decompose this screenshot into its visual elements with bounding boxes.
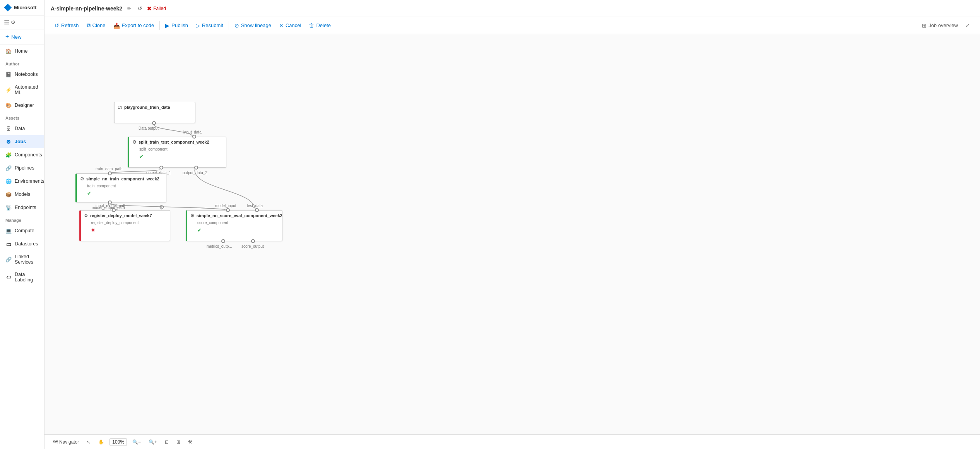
refresh-icon: ↺ [55, 22, 59, 29]
node2-output-port-1 [159, 166, 163, 170]
data-labeling-icon: 🏷 [5, 274, 12, 280]
node5-status: ✔ [187, 226, 282, 235]
bottom-bar: 🗺 Navigator ↖ ✋ 100% 🔍− 🔍+ ⊡ ⊞ ⚒ [44, 434, 980, 449]
jobs-icon: ⚙ [5, 139, 12, 145]
cancel-button[interactable]: ✕ Cancel [275, 20, 305, 31]
clone-icon: ⧉ [87, 22, 91, 29]
resubmit-button[interactable]: ▷ Resubmit [192, 20, 227, 31]
job-overview-label: Job overview [929, 22, 958, 28]
brand-header: Microsoft [0, 0, 44, 15]
datastores-label: Datastores [15, 241, 38, 247]
brand-name: Microsoft [14, 5, 37, 10]
component-icon-5: ⚙ [190, 213, 195, 218]
node2-subtitle: split_component [129, 147, 226, 153]
sidebar-item-notebooks[interactable]: 📓 Notebooks [0, 68, 44, 81]
clone-button[interactable]: ⧉ Clone [83, 20, 109, 31]
node5-output-port-metrics [221, 239, 225, 243]
node5-output-port-score [251, 239, 255, 243]
sidebar-item-home[interactable]: 🏠 Home [0, 45, 44, 58]
node3-header: ⚙ simple_nn_train_component_week2 [77, 174, 166, 184]
compute-label: Compute [15, 228, 34, 233]
navigator-label: Navigator [59, 439, 79, 445]
toolbar: ↺ Refresh ⧉ Clone 📤 Export to code ▶ Pub… [44, 17, 980, 34]
connector-svg [44, 34, 980, 434]
node-register-deploy[interactable]: ⚙ register_deploy_model_week7 register_d… [79, 210, 170, 241]
expand-button[interactable]: ⤢ [962, 20, 974, 31]
sidebar-item-linked-services[interactable]: 🔗 Linked Services [0, 250, 44, 268]
settings-icon[interactable]: ⚙ [11, 19, 15, 25]
node5-header: ⚙ simple_nn_score_eval_component_week2 [187, 211, 282, 221]
node5-input-label-model: model_input [215, 204, 236, 208]
zoom-level[interactable]: 100% [109, 438, 127, 446]
sidebar-item-endpoints[interactable]: 📡 Endpoints [0, 201, 44, 214]
node-playground-train-data[interactable]: 🗂 playground_train_data Data output [114, 102, 195, 123]
environments-icon: 🌐 [5, 178, 12, 184]
cursor-tool-button[interactable]: ↖ [84, 438, 93, 446]
node-split-train-test[interactable]: ⚙ split_train_test_component_week2 split… [128, 137, 226, 168]
flow-tools-button[interactable]: ⚒ [186, 438, 195, 446]
node-score-eval[interactable]: ⚙ simple_nn_score_eval_component_week2 s… [186, 210, 282, 241]
sidebar-item-datastores[interactable]: 🗃 Datastores [0, 237, 44, 250]
sidebar-item-data-labeling[interactable]: 🏷 Data Labeling [0, 268, 44, 286]
export-to-code-button[interactable]: 📤 Export to code [109, 20, 158, 31]
show-lineage-button[interactable]: ⊙ Show lineage [231, 20, 275, 31]
grid-view-button[interactable]: ⊞ [174, 438, 183, 446]
new-button[interactable]: + New [0, 29, 44, 45]
failed-icon: ✖ [147, 5, 152, 12]
lineage-icon: ⊙ [234, 22, 239, 29]
cancel-label: Cancel [286, 22, 301, 28]
sidebar-toggle[interactable]: ☰ ⚙ [0, 15, 44, 29]
zoom-in-button[interactable]: 🔍+ [146, 438, 159, 446]
hand-tool-button[interactable]: ✋ [96, 438, 106, 446]
status-badge: ✖ Failed [147, 5, 166, 12]
delete-icon: 🗑 [309, 22, 314, 29]
assets-section-label: Assets [0, 112, 44, 122]
navigator-button[interactable]: 🗺 Navigator [51, 438, 81, 446]
refresh-button[interactable]: ↺ Refresh [51, 20, 83, 31]
sidebar-item-pipelines[interactable]: 🔗 Pipelines [0, 161, 44, 175]
node1-header: 🗂 playground_train_data [115, 102, 195, 112]
node1-output-label: Data output [139, 126, 159, 130]
node-simple-nn-train[interactable]: ⚙ simple_nn_train_component_week2 train_… [75, 173, 166, 202]
node2-header: ⚙ split_train_test_component_week2 [129, 137, 226, 147]
models-label: Models [15, 192, 30, 197]
node5-status-check: ✔ [197, 227, 202, 233]
node2-status: ✔ [129, 153, 226, 162]
node2-input-port [192, 135, 196, 139]
linked-services-label: Linked Services [15, 254, 39, 265]
node5-input-port-model [226, 208, 230, 212]
sidebar: Microsoft ☰ ⚙ + New 🏠 Home Author 📓 Note… [0, 0, 44, 449]
fit-icon: ⊡ [165, 439, 169, 445]
publish-button[interactable]: ▶ Publish [161, 20, 192, 31]
delete-button[interactable]: 🗑 Delete [305, 20, 335, 31]
node4-subtitle: register_deploy_component [81, 221, 170, 226]
node1-output-port [152, 121, 156, 125]
component-icon-2: ⚙ [132, 139, 137, 145]
sidebar-item-jobs[interactable]: ⚙ Jobs [0, 135, 44, 148]
sidebar-item-components[interactable]: 🧩 Components [0, 148, 44, 161]
plus-icon: + [5, 33, 9, 40]
hamburger-icon[interactable]: ☰ [4, 19, 9, 26]
node3-title: simple_nn_train_component_week2 [86, 177, 159, 181]
author-section-label: Author [0, 58, 44, 68]
sidebar-item-models[interactable]: 📦 Models [0, 188, 44, 201]
sidebar-item-data[interactable]: 🗄 Data [0, 122, 44, 135]
models-icon: 📦 [5, 191, 12, 197]
node2-output-port-2 [194, 166, 198, 170]
sidebar-item-compute[interactable]: 💻 Compute [0, 224, 44, 237]
sidebar-item-designer[interactable]: 🎨 Designer [0, 99, 44, 112]
sidebar-item-automated-ml[interactable]: ⚡ Automated ML [0, 81, 44, 99]
components-label: Components [15, 152, 42, 158]
refresh-title-button[interactable]: ↺ [136, 5, 144, 12]
fit-view-button[interactable]: ⊡ [162, 438, 171, 446]
home-icon: 🏠 [5, 48, 12, 54]
node5-output-label-score: score_output [241, 244, 264, 248]
data-icon: 🗄 [5, 125, 12, 132]
job-overview-button[interactable]: ⊞ Job overview [918, 20, 962, 31]
microsoft-icon [4, 4, 12, 12]
sidebar-item-environments[interactable]: 🌐 Environments [0, 175, 44, 188]
node3-subtitle: train_component [77, 184, 166, 190]
edit-pipeline-button[interactable]: ✏ [125, 5, 133, 12]
zoom-out-button[interactable]: 🔍− [130, 438, 143, 446]
pipeline-canvas-area[interactable]: 🗂 playground_train_data Data output ⚙ sp… [44, 34, 980, 434]
